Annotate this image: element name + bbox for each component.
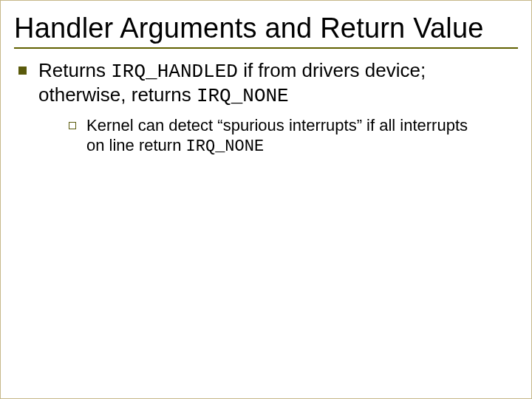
bullet-level2-text: Kernel can detect “spurious interrupts” … — [86, 116, 485, 157]
hollow-square-bullet-icon — [69, 122, 76, 129]
slide-title: Handler Arguments and Return Value — [14, 13, 518, 44]
square-bullet-icon — [18, 66, 27, 75]
code-run: IRQ_NONE — [197, 85, 289, 107]
slide: Handler Arguments and Return Value Retur… — [0, 0, 532, 399]
text-run: Kernel can detect “spurious interrupts” … — [86, 116, 468, 154]
text-run: Returns — [38, 59, 111, 81]
code-run: IRQ_HANDLED — [111, 61, 238, 83]
bullet-level1-text: Returns IRQ_HANDLED if from drivers devi… — [38, 59, 518, 109]
bullet-level1: Returns IRQ_HANDLED if from drivers devi… — [18, 59, 518, 109]
code-run: IRQ_NONE — [186, 137, 265, 156]
title-underline — [14, 47, 518, 49]
bullet-level2: Kernel can detect “spurious interrupts” … — [69, 116, 518, 157]
